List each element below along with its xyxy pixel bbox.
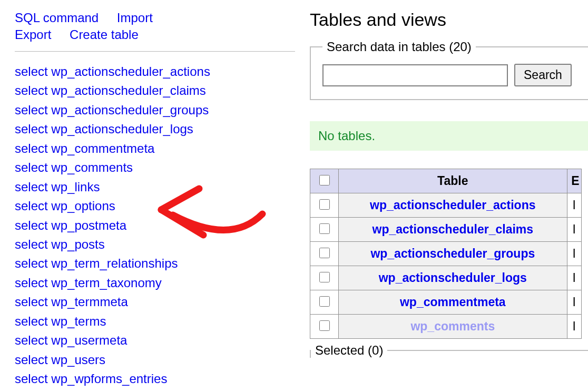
engine-cell: I: [567, 218, 581, 242]
table-link[interactable]: select wp_wpforms_entries: [15, 369, 295, 388]
search-fieldset: Search data in tables (20) Search: [310, 40, 588, 100]
table-link[interactable]: select wp_usermeta: [15, 331, 295, 350]
table-list: select wp_actionscheduler_actionsselect …: [15, 62, 295, 389]
engine-cell: I: [567, 193, 581, 218]
table-name-link[interactable]: wp_comments: [410, 319, 495, 333]
table-link[interactable]: select wp_users: [15, 350, 295, 369]
table-link[interactable]: select wp_comments: [15, 158, 295, 177]
table-link[interactable]: select wp_posts: [15, 235, 295, 254]
table-link[interactable]: select wp_links: [15, 178, 295, 197]
row-checkbox[interactable]: [319, 199, 330, 210]
top-links: SQL command Import Export Create table: [15, 0, 295, 51]
import-link[interactable]: Import: [117, 9, 153, 26]
search-input[interactable]: [322, 64, 508, 86]
selected-fieldset: Selected (0): [310, 343, 588, 358]
divider: [15, 51, 295, 52]
select-all-checkbox[interactable]: [319, 175, 330, 185]
engine-cell: I: [567, 290, 581, 315]
row-checkbox[interactable]: [319, 223, 330, 234]
search-legend: Search data in tables (20): [322, 40, 476, 54]
table-link[interactable]: select wp_commentmeta: [15, 139, 295, 158]
notice-no-tables: No tables.: [310, 121, 588, 151]
search-button[interactable]: Search: [514, 64, 572, 86]
table-link[interactable]: select wp_actionscheduler_claims: [15, 81, 295, 100]
table-name-link[interactable]: wp_actionscheduler_actions: [370, 198, 535, 212]
table-row: wp_actionscheduler_actionsI: [310, 193, 582, 218]
create-table-link[interactable]: Create table: [70, 26, 139, 43]
table-link[interactable]: select wp_term_taxonomy: [15, 273, 295, 292]
row-checkbox[interactable]: [319, 272, 330, 282]
table-link[interactable]: select wp_actionscheduler_logs: [15, 120, 295, 139]
engine-cell: I: [567, 266, 581, 290]
table-link[interactable]: select wp_options: [15, 197, 295, 216]
selected-legend: Selected (0): [311, 343, 387, 358]
table-link[interactable]: select wp_terms: [15, 312, 295, 331]
table-name-link[interactable]: wp_commentmeta: [400, 295, 506, 309]
table-name-link[interactable]: wp_actionscheduler_groups: [370, 247, 535, 260]
sql-command-link[interactable]: SQL command: [15, 9, 99, 26]
table-link[interactable]: select wp_actionscheduler_groups: [15, 101, 295, 120]
engine-cell: I: [567, 242, 581, 266]
table-name-link[interactable]: wp_actionscheduler_claims: [373, 222, 534, 236]
col-header-engine[interactable]: E: [567, 169, 581, 193]
tables-grid: Table E wp_actionscheduler_actionsIwp_ac…: [310, 169, 582, 339]
table-name-link[interactable]: wp_actionscheduler_logs: [379, 271, 527, 285]
page-title: Tables and views: [310, 9, 588, 30]
table-row: wp_commentsI: [310, 315, 582, 339]
table-link[interactable]: select wp_term_relationships: [15, 254, 295, 273]
row-checkbox[interactable]: [319, 296, 330, 307]
col-header-table[interactable]: Table: [339, 169, 567, 193]
table-row: wp_commentmetaI: [310, 290, 582, 315]
row-checkbox[interactable]: [319, 320, 330, 331]
table-row: wp_actionscheduler_claimsI: [310, 218, 582, 242]
table-link[interactable]: select wp_postmeta: [15, 216, 295, 235]
table-link[interactable]: select wp_termmeta: [15, 292, 295, 311]
table-row: wp_actionscheduler_logsI: [310, 266, 582, 290]
table-row: wp_actionscheduler_groupsI: [310, 242, 582, 266]
table-link[interactable]: select wp_actionscheduler_actions: [15, 62, 295, 81]
row-checkbox[interactable]: [319, 248, 330, 258]
export-link[interactable]: Export: [15, 26, 51, 43]
engine-cell: I: [567, 315, 581, 339]
